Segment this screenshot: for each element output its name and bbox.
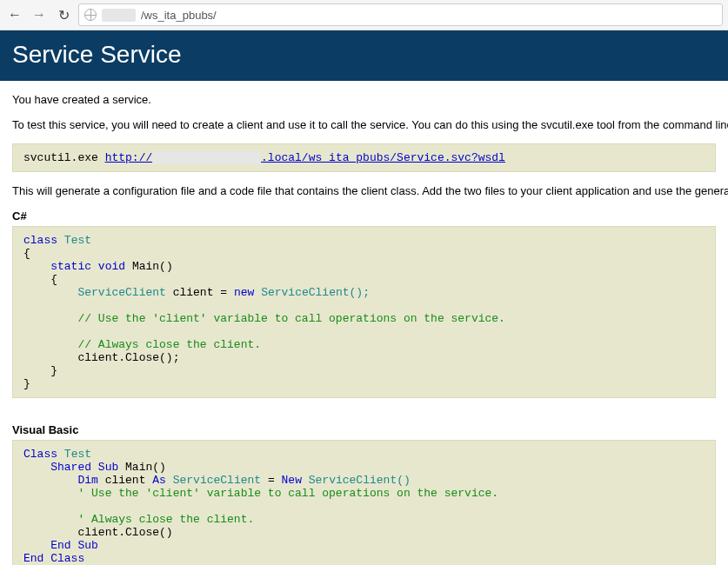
csharp-code-box: class Test { static void Main() { Servic… <box>12 226 716 398</box>
kw-new: new <box>234 286 254 299</box>
kw-as: As <box>152 474 166 487</box>
link-prefix: http:// <box>105 151 153 164</box>
kw-sub: Sub <box>77 539 97 552</box>
comment: ' Always close the client. <box>77 513 254 526</box>
name-main: Main() <box>125 461 166 474</box>
browser-toolbar: ← → ↻ xxxxxx /ws_ita_pbubs/ <box>0 0 728 30</box>
kw-class: Class <box>50 552 84 565</box>
page-content: You have created a service. To test this… <box>0 81 728 565</box>
op-eq: = <box>220 286 227 299</box>
intro-text: You have created a service. <box>12 93 716 106</box>
kw-new: New <box>282 474 302 487</box>
svcutil-cmd: svcutil.exe <box>23 151 105 164</box>
op-eq: = <box>268 474 275 487</box>
var-client: client <box>173 286 214 299</box>
kw-class: Class <box>23 448 57 461</box>
type-sc: ServiceClient <box>77 286 165 299</box>
test-instructions: To test this service, you will need to c… <box>12 118 716 131</box>
kw-void: void <box>98 260 125 273</box>
brace: } <box>23 377 30 390</box>
url-path: /ws_ita_pbubs/ <box>141 9 217 22</box>
svcutil-wsdl-link[interactable]: http://xxxxxxxxxxxxxxxx.local/ws_ita_pbu… <box>105 151 505 164</box>
kw-static: static <box>50 260 91 273</box>
comment: // Always close the client. <box>77 338 261 351</box>
address-bar[interactable]: xxxxxx /ws_ita_pbubs/ <box>78 3 723 26</box>
kw-dim: Dim <box>77 474 97 487</box>
brace: { <box>50 273 57 286</box>
brace: } <box>50 364 57 377</box>
vb-label: Visual Basic <box>12 423 716 436</box>
brace: { <box>23 247 30 260</box>
var-client: client <box>105 474 146 487</box>
ctor: ServiceClient() <box>309 474 411 487</box>
type-sc: ServiceClient <box>173 474 261 487</box>
name-main: Main() <box>132 260 173 273</box>
reload-button[interactable]: ↻ <box>54 5 73 24</box>
svcutil-command-box: svcutil.exe http://xxxxxxxxxxxxxxxx.loca… <box>12 143 716 172</box>
page-title: Service Service <box>12 41 716 69</box>
type-test: Test <box>64 448 91 461</box>
vb-code-box: Class Test Shared Sub Main() Dim client … <box>12 440 716 565</box>
csharp-label: C# <box>12 209 716 223</box>
close-stmt: client.Close() <box>77 526 172 539</box>
kw-shared: Shared <box>50 461 91 474</box>
ctor: ServiceClient(); <box>261 286 370 299</box>
generate-instructions: This will generate a configuration file … <box>12 184 716 197</box>
forward-button[interactable]: → <box>30 5 49 24</box>
back-button[interactable]: ← <box>5 5 24 24</box>
comment: // Use the 'client' variable to call ope… <box>77 312 504 325</box>
link-host-redacted: xxxxxxxxxxxxxxxx <box>152 151 261 164</box>
globe-icon <box>84 9 97 21</box>
link-suffix: .local/ws_ita_pbubs/Service.svc?wsdl <box>261 151 505 164</box>
kw-class: class <box>23 234 57 247</box>
kw-sub: Sub <box>98 461 118 474</box>
kw-end: End <box>23 552 43 565</box>
kw-end: End <box>50 539 70 552</box>
close-stmt: client.Close(); <box>77 351 179 364</box>
comment: ' Use the 'client' variable to call oper… <box>77 487 498 500</box>
page-header: Service Service <box>0 30 728 81</box>
host-redacted: xxxxxx <box>102 9 136 22</box>
type-test: Test <box>64 234 91 247</box>
